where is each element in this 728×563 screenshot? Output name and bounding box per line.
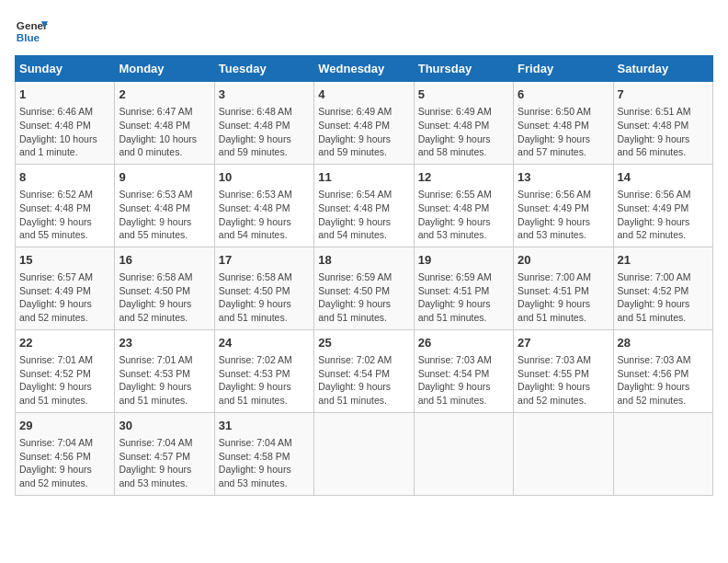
calendar-cell: 6Sunrise: 6:50 AM Sunset: 4:48 PM Daylig… <box>514 82 613 165</box>
calendar-week-row: 29Sunrise: 7:04 AM Sunset: 4:56 PM Dayli… <box>16 412 713 495</box>
day-info: Sunrise: 6:49 AM Sunset: 4:48 PM Dayligh… <box>318 105 409 159</box>
day-info: Sunrise: 7:00 AM Sunset: 4:52 PM Dayligh… <box>618 270 709 325</box>
svg-text:General: General <box>17 19 48 31</box>
calendar-week-row: 15Sunrise: 6:57 AM Sunset: 4:49 PM Dayli… <box>16 247 713 329</box>
calendar-week-row: 8Sunrise: 6:52 AM Sunset: 4:48 PM Daylig… <box>16 164 713 247</box>
column-header-saturday: Saturday <box>613 56 712 82</box>
calendar-cell: 28Sunrise: 7:03 AM Sunset: 4:56 PM Dayli… <box>613 329 712 412</box>
day-info: Sunrise: 6:53 AM Sunset: 4:48 PM Dayligh… <box>119 188 210 242</box>
page-header: General Blue <box>15 15 713 48</box>
day-number: 26 <box>418 335 509 351</box>
day-info: Sunrise: 6:55 AM Sunset: 4:48 PM Dayligh… <box>418 188 509 242</box>
calendar-cell <box>613 412 712 495</box>
column-header-thursday: Thursday <box>414 56 513 82</box>
logo-icon: General Blue <box>15 15 48 48</box>
day-info: Sunrise: 6:52 AM Sunset: 4:48 PM Dayligh… <box>19 188 110 242</box>
day-number: 18 <box>318 252 409 269</box>
calendar-cell: 15Sunrise: 6:57 AM Sunset: 4:49 PM Dayli… <box>16 247 115 329</box>
calendar-cell: 18Sunrise: 6:59 AM Sunset: 4:50 PM Dayli… <box>314 247 414 329</box>
day-number: 23 <box>119 335 210 351</box>
day-info: Sunrise: 6:56 AM Sunset: 4:49 PM Dayligh… <box>618 188 709 242</box>
calendar-cell <box>414 412 513 495</box>
svg-text:Blue: Blue <box>17 31 40 43</box>
day-number: 5 <box>418 86 509 103</box>
day-number: 19 <box>418 252 509 269</box>
day-info: Sunrise: 6:58 AM Sunset: 4:50 PM Dayligh… <box>219 270 310 325</box>
day-info: Sunrise: 6:59 AM Sunset: 4:50 PM Dayligh… <box>318 270 409 325</box>
day-number: 10 <box>219 169 310 186</box>
day-number: 4 <box>318 86 409 103</box>
calendar-header-row: SundayMondayTuesdayWednesdayThursdayFrid… <box>16 56 713 82</box>
calendar-cell: 7Sunrise: 6:51 AM Sunset: 4:48 PM Daylig… <box>613 82 712 165</box>
column-header-wednesday: Wednesday <box>314 56 414 82</box>
day-number: 30 <box>119 418 210 434</box>
day-number: 3 <box>219 86 310 103</box>
calendar-cell: 20Sunrise: 7:00 AM Sunset: 4:51 PM Dayli… <box>514 247 613 329</box>
day-info: Sunrise: 6:50 AM Sunset: 4:48 PM Dayligh… <box>518 105 609 159</box>
calendar-cell: 8Sunrise: 6:52 AM Sunset: 4:48 PM Daylig… <box>16 164 115 247</box>
day-number: 16 <box>119 252 210 269</box>
column-header-tuesday: Tuesday <box>214 56 313 82</box>
calendar-cell: 29Sunrise: 7:04 AM Sunset: 4:56 PM Dayli… <box>16 412 115 495</box>
calendar-cell: 16Sunrise: 6:58 AM Sunset: 4:50 PM Dayli… <box>115 247 214 329</box>
day-info: Sunrise: 6:58 AM Sunset: 4:50 PM Dayligh… <box>119 270 210 325</box>
day-info: Sunrise: 6:46 AM Sunset: 4:48 PM Dayligh… <box>19 105 110 159</box>
column-header-sunday: Sunday <box>16 56 115 82</box>
calendar-cell: 10Sunrise: 6:53 AM Sunset: 4:48 PM Dayli… <box>214 164 313 247</box>
day-info: Sunrise: 7:01 AM Sunset: 4:52 PM Dayligh… <box>19 353 110 408</box>
calendar-cell: 30Sunrise: 7:04 AM Sunset: 4:57 PM Dayli… <box>115 412 214 495</box>
day-number: 15 <box>19 252 110 269</box>
column-header-friday: Friday <box>514 56 613 82</box>
calendar-cell: 2Sunrise: 6:47 AM Sunset: 4:48 PM Daylig… <box>115 82 214 165</box>
day-number: 27 <box>518 335 609 351</box>
calendar-cell: 22Sunrise: 7:01 AM Sunset: 4:52 PM Dayli… <box>16 329 115 412</box>
day-info: Sunrise: 7:02 AM Sunset: 4:54 PM Dayligh… <box>318 353 409 408</box>
day-info: Sunrise: 7:01 AM Sunset: 4:53 PM Dayligh… <box>119 353 210 408</box>
calendar-cell: 21Sunrise: 7:00 AM Sunset: 4:52 PM Dayli… <box>613 247 712 329</box>
day-number: 31 <box>219 418 310 434</box>
day-number: 13 <box>518 169 609 186</box>
day-info: Sunrise: 7:03 AM Sunset: 4:56 PM Dayligh… <box>618 353 709 408</box>
day-info: Sunrise: 7:03 AM Sunset: 4:54 PM Dayligh… <box>418 353 509 408</box>
day-number: 21 <box>618 252 709 269</box>
day-number: 1 <box>19 86 110 103</box>
calendar-week-row: 22Sunrise: 7:01 AM Sunset: 4:52 PM Dayli… <box>16 329 713 412</box>
calendar-cell: 4Sunrise: 6:49 AM Sunset: 4:48 PM Daylig… <box>314 82 414 165</box>
calendar-cell: 11Sunrise: 6:54 AM Sunset: 4:48 PM Dayli… <box>314 164 414 247</box>
calendar-cell: 14Sunrise: 6:56 AM Sunset: 4:49 PM Dayli… <box>613 164 712 247</box>
day-number: 28 <box>618 335 709 351</box>
calendar-cell: 5Sunrise: 6:49 AM Sunset: 4:48 PM Daylig… <box>414 82 513 165</box>
calendar-cell: 13Sunrise: 6:56 AM Sunset: 4:49 PM Dayli… <box>514 164 613 247</box>
day-number: 22 <box>19 335 110 351</box>
day-number: 29 <box>19 418 110 434</box>
day-number: 11 <box>318 169 409 186</box>
day-number: 24 <box>219 335 310 351</box>
day-number: 2 <box>119 86 210 103</box>
day-number: 9 <box>119 169 210 186</box>
day-info: Sunrise: 6:47 AM Sunset: 4:48 PM Dayligh… <box>119 105 210 159</box>
calendar-cell: 31Sunrise: 7:04 AM Sunset: 4:58 PM Dayli… <box>214 412 313 495</box>
day-info: Sunrise: 7:03 AM Sunset: 4:55 PM Dayligh… <box>518 353 609 408</box>
calendar-cell: 3Sunrise: 6:48 AM Sunset: 4:48 PM Daylig… <box>214 82 313 165</box>
day-number: 6 <box>518 86 609 103</box>
day-number: 20 <box>518 252 609 269</box>
calendar-cell: 25Sunrise: 7:02 AM Sunset: 4:54 PM Dayli… <box>314 329 414 412</box>
logo: General Blue <box>15 15 48 48</box>
day-number: 14 <box>618 169 709 186</box>
day-info: Sunrise: 6:53 AM Sunset: 4:48 PM Dayligh… <box>219 188 310 242</box>
calendar-cell: 9Sunrise: 6:53 AM Sunset: 4:48 PM Daylig… <box>115 164 214 247</box>
calendar-cell: 26Sunrise: 7:03 AM Sunset: 4:54 PM Dayli… <box>414 329 513 412</box>
day-info: Sunrise: 7:00 AM Sunset: 4:51 PM Dayligh… <box>518 270 609 325</box>
calendar-cell: 19Sunrise: 6:59 AM Sunset: 4:51 PM Dayli… <box>414 247 513 329</box>
day-info: Sunrise: 7:04 AM Sunset: 4:56 PM Dayligh… <box>19 436 110 490</box>
calendar-cell: 23Sunrise: 7:01 AM Sunset: 4:53 PM Dayli… <box>115 329 214 412</box>
day-info: Sunrise: 7:02 AM Sunset: 4:53 PM Dayligh… <box>219 353 310 408</box>
day-info: Sunrise: 7:04 AM Sunset: 4:58 PM Dayligh… <box>219 436 310 490</box>
day-number: 12 <box>418 169 509 186</box>
day-info: Sunrise: 7:04 AM Sunset: 4:57 PM Dayligh… <box>119 436 210 490</box>
day-number: 25 <box>318 335 409 351</box>
day-info: Sunrise: 6:56 AM Sunset: 4:49 PM Dayligh… <box>518 188 609 242</box>
column-header-monday: Monday <box>115 56 214 82</box>
day-info: Sunrise: 6:59 AM Sunset: 4:51 PM Dayligh… <box>418 270 509 325</box>
day-info: Sunrise: 6:51 AM Sunset: 4:48 PM Dayligh… <box>618 105 709 159</box>
